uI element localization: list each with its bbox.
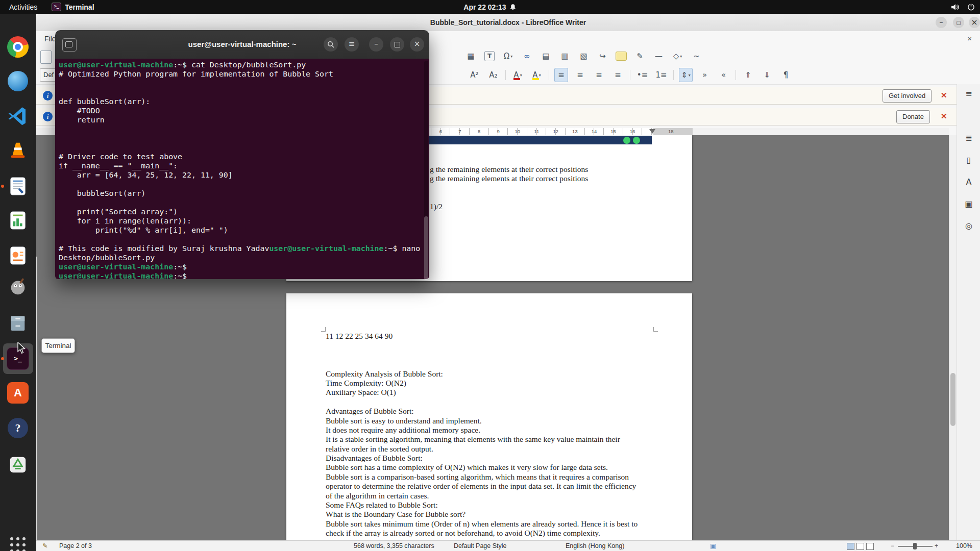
system-indicators[interactable]	[951, 3, 975, 11]
insert-special-character-icon[interactable]: Ω▾	[501, 49, 515, 63]
insert-comment-icon[interactable]	[616, 52, 627, 61]
maximize-button[interactable]	[953, 17, 964, 28]
scrollbar-thumb[interactable]	[950, 373, 955, 426]
word-count[interactable]: 568 words, 3,355 characters	[354, 541, 434, 551]
insert-bookmark-icon[interactable]: ▧	[577, 49, 591, 63]
single-page-view-icon[interactable]	[847, 543, 854, 550]
terminal-maximize-button[interactable]	[390, 37, 404, 52]
terminal-line: def bubbleSort(arr):	[59, 97, 429, 106]
right-indent-marker[interactable]	[649, 129, 655, 134]
get-involved-button[interactable]: Get involved	[883, 89, 932, 103]
dropdown-arrow-icon[interactable]: ▾	[539, 73, 541, 78]
ordered-list-icon[interactable]: 1≡	[654, 68, 668, 82]
terminal-minimize-button[interactable]: –	[369, 37, 383, 52]
mouse-cursor	[17, 342, 28, 354]
ruler-number: 18	[668, 129, 674, 134]
sidebar-page-icon[interactable]: ▯	[961, 152, 977, 167]
page-style[interactable]: Default Page Style	[454, 541, 507, 551]
unordered-list-icon[interactable]: •≡	[635, 68, 649, 82]
vertical-scrollbar[interactable]	[949, 135, 957, 540]
terminal-window[interactable]: user@user-virtual-machine: ~ ≡ – × user@…	[55, 30, 429, 279]
infobar-close-icon[interactable]: ✕	[941, 91, 947, 100]
clock[interactable]: Apr 22 02:13	[463, 3, 516, 11]
zoom-in-icon[interactable]: +	[935, 541, 938, 551]
text-language[interactable]: English (Hong Kong)	[566, 541, 624, 551]
zoom-slider-thumb[interactable]	[913, 543, 917, 549]
help-icon[interactable]: ?	[6, 416, 30, 440]
line-spacing-icon[interactable]: ⇕▾	[679, 68, 693, 82]
align-center-icon[interactable]: ≡	[573, 68, 587, 82]
superscript-icon[interactable]: A²	[468, 68, 481, 82]
minimize-button[interactable]	[936, 17, 947, 28]
search-button[interactable]	[324, 37, 338, 52]
sidebar-properties-icon[interactable]: ≣	[961, 130, 977, 145]
terminal-line	[59, 134, 429, 143]
subscript-icon[interactable]: A₂	[486, 68, 500, 82]
selection-mode-icon[interactable]: ▣	[710, 541, 716, 551]
vscode-icon[interactable]	[6, 104, 30, 128]
align-right-icon[interactable]: ≡	[592, 68, 606, 82]
sidebar-settings-icon[interactable]: ≡	[961, 88, 977, 98]
trash-icon[interactable]	[6, 453, 30, 477]
decrease-paragraph-spacing-icon[interactable]: ⇓	[760, 68, 774, 82]
multi-page-view-icon[interactable]	[856, 543, 864, 550]
gimp-icon[interactable]	[6, 274, 30, 299]
highlight-color-icon[interactable]: A▾	[530, 68, 544, 82]
writer-title-bar[interactable]: Bubble_Sort_tutorial.docx - LibreOffice …	[36, 14, 980, 32]
insert-line-icon[interactable]: —	[652, 49, 666, 63]
book-view-icon[interactable]	[866, 543, 874, 550]
insert-hyperlink-icon[interactable]: ∞	[520, 49, 534, 63]
page-count[interactable]: Page 2 of 3	[59, 541, 92, 551]
vlc-icon[interactable]	[6, 138, 30, 163]
justify-icon[interactable]: ≡	[611, 68, 625, 82]
show-applications-icon[interactable]	[6, 533, 30, 551]
zoom-level[interactable]: 100%	[956, 541, 972, 551]
software-store-icon[interactable]: A	[6, 381, 30, 405]
terminal-output[interactable]: user@user-virtual-machine:~$ cat Desktop…	[55, 59, 429, 279]
view-layout-buttons[interactable]	[847, 541, 876, 551]
sidebar-gallery-icon[interactable]: ▣	[961, 196, 977, 211]
increase-paragraph-spacing-icon[interactable]: ⇑	[741, 68, 755, 82]
decrease-indent-icon[interactable]: «	[717, 68, 730, 82]
freeform-line-icon[interactable]: ~	[690, 49, 703, 63]
document-modified-icon[interactable]: ✎	[42, 541, 47, 551]
insert-cross-reference-icon[interactable]: ↪	[596, 49, 609, 63]
dropdown-arrow-icon[interactable]: ▾	[680, 54, 682, 59]
dropdown-arrow-icon[interactable]: ▾	[689, 73, 691, 78]
insert-field-icon[interactable]: ▦	[464, 49, 478, 63]
libreoffice-calc-icon[interactable]	[6, 208, 30, 233]
new-document-icon[interactable]	[40, 51, 52, 64]
sidebar-navigator-icon[interactable]: ◎	[961, 218, 977, 233]
align-left-icon[interactable]: ≡	[554, 68, 568, 82]
menu-button[interactable]: ≡	[345, 37, 359, 52]
focused-app-indicator[interactable]: >_ Terminal	[46, 3, 99, 11]
donate-button[interactable]: Donate	[896, 110, 930, 123]
web-browser-icon[interactable]	[6, 69, 30, 93]
chrome-icon[interactable]	[6, 35, 30, 59]
zoom-out-icon[interactable]: −	[891, 541, 894, 551]
zoom-slider[interactable]: − +	[891, 541, 939, 551]
libreoffice-writer-icon[interactable]	[6, 174, 30, 198]
insert-footnote-icon[interactable]: ▤	[539, 49, 553, 63]
volume-icon	[951, 4, 959, 11]
terminal-scrollbar-thumb[interactable]	[424, 216, 428, 280]
terminal-title-bar[interactable]: user@user-virtual-machine: ~ ≡ – ×	[55, 30, 429, 59]
font-color-icon[interactable]: A▾	[511, 68, 525, 82]
track-changes-icon[interactable]: ✎	[633, 49, 647, 63]
infobar-close-icon[interactable]: ✕	[941, 112, 947, 121]
files-icon[interactable]	[6, 311, 30, 336]
formatting-marks-icon[interactable]: ¶	[779, 68, 793, 82]
close-document-icon[interactable]: ×	[967, 34, 972, 43]
dropdown-arrow-icon[interactable]: ▾	[520, 73, 522, 78]
dropdown-arrow-icon[interactable]: ▾	[510, 54, 512, 59]
insert-endnote-icon[interactable]: ▥	[558, 49, 572, 63]
libreoffice-impress-icon[interactable]	[6, 243, 30, 268]
close-button[interactable]	[969, 17, 980, 28]
terminal-scrollbar[interactable]	[424, 61, 428, 277]
basic-shapes-icon[interactable]: ◇▾	[671, 49, 684, 63]
insert-text-box-icon[interactable]: T	[484, 51, 495, 61]
increase-indent-icon[interactable]: »	[698, 68, 712, 82]
sidebar-styles-icon[interactable]: A	[961, 174, 977, 189]
activities-button[interactable]: Activities	[0, 0, 46, 14]
terminal-close-button[interactable]: ×	[410, 37, 424, 52]
